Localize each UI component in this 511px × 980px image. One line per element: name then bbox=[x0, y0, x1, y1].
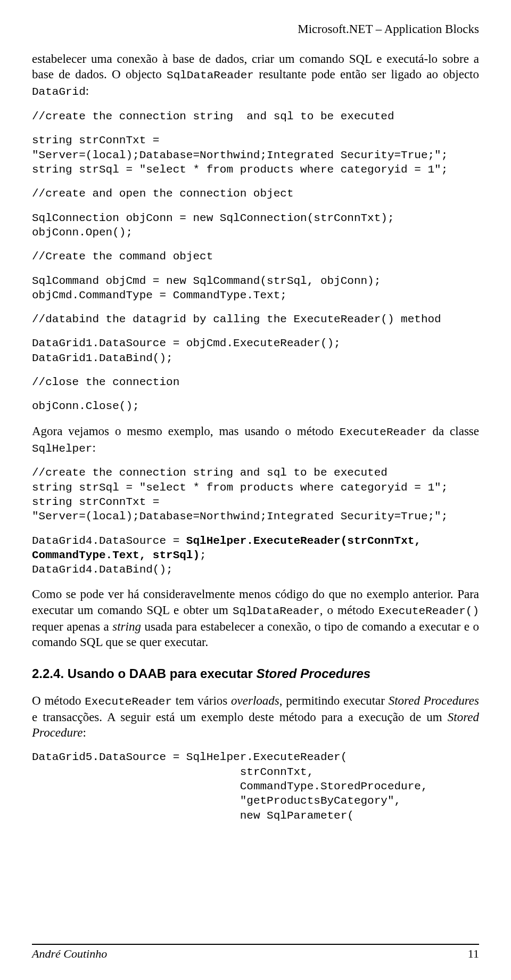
paragraph-4: O método ExecuteReader tem vários overlo… bbox=[32, 693, 479, 741]
para2-text-b: da classe bbox=[427, 424, 479, 438]
inline-code-datagrid: DataGrid bbox=[32, 86, 86, 98]
code-block-conn-string: string strConnTxt = "Server=(local);Data… bbox=[32, 133, 479, 177]
heading-text: 2.2.4. Usando o DAAB para executar bbox=[32, 666, 256, 681]
paragraph-3: Como se pode ver há consideravelmente me… bbox=[32, 586, 479, 650]
inline-code-executereader-3: ExecuteReader bbox=[85, 696, 172, 708]
code-block-conn-open: SqlConnection objConn = new SqlConnectio… bbox=[32, 211, 479, 240]
para2-text-a: Agora vejamos o mesmo exemplo, mas usand… bbox=[32, 424, 340, 438]
inline-code-sqldatareader-2: SqlDataReader bbox=[233, 605, 320, 617]
inline-code-sqlhelper: SqlHelper bbox=[32, 443, 92, 455]
para2-text-c: : bbox=[92, 441, 95, 454]
para4-text-b: tem vários bbox=[172, 694, 231, 707]
para4-text-c: , permitindo executar bbox=[279, 694, 389, 707]
code-comment-4: //databind the datagrid by calling the E… bbox=[32, 312, 479, 326]
inline-code-executereader: ExecuteReader bbox=[340, 426, 427, 438]
footer-author: André Coutinho bbox=[32, 947, 107, 961]
para4-text-d: e transacções. A seguir está um exemplo … bbox=[32, 710, 448, 724]
inline-code-executereader-2: ExecuteReader() bbox=[378, 605, 479, 617]
page-header: Microsoft.NET – Application Blocks bbox=[32, 22, 479, 36]
section-heading: 2.2.4. Usando o DAAB para executar Store… bbox=[32, 666, 479, 681]
footer-page-number: 11 bbox=[468, 947, 479, 961]
code-block-3: DataGrid5.DataSource = SqlHelper.Execute… bbox=[32, 750, 479, 822]
code-comment-5: //close the connection bbox=[32, 375, 479, 389]
code-block-close: objConn.Close(); bbox=[32, 399, 479, 413]
para4-em-overloads: overloads bbox=[231, 694, 279, 707]
code-block-2b: DataGrid4.DataSource = SqlHelper.Execute… bbox=[32, 534, 479, 577]
header-text: Microsoft.NET – Application Blocks bbox=[298, 22, 479, 36]
code-2b-pre: DataGrid4.DataSource = bbox=[32, 535, 186, 547]
code-block-2a: //create the connection string and sql t… bbox=[32, 466, 479, 524]
para4-text-a: O método bbox=[32, 694, 85, 707]
code-comment-3: //Create the command object bbox=[32, 249, 479, 264]
page-footer: André Coutinho 11 bbox=[32, 944, 479, 961]
para4-em-stored-procedures: Stored Procedures bbox=[389, 694, 479, 707]
paragraph-1: estabelecer uma conexão à base de dados,… bbox=[32, 51, 479, 100]
paragraph-2: Agora vejamos o mesmo exemplo, mas usand… bbox=[32, 423, 479, 456]
para1-text-b: resultante pode então ser ligado ao obje… bbox=[254, 68, 479, 81]
code-block-command: SqlCommand objCmd = new SqlCommand(strSq… bbox=[32, 274, 479, 303]
para1-text-c: : bbox=[86, 84, 89, 97]
code-comment-1: //create the connection string and sql t… bbox=[32, 109, 479, 124]
code-block-databind: DataGrid1.DataSource = objCmd.ExecuteRea… bbox=[32, 336, 479, 365]
para3-em-string: string bbox=[112, 620, 141, 633]
para3-text-b: , o método bbox=[320, 603, 378, 617]
inline-code-sqldatareader: SqlDataReader bbox=[167, 69, 254, 81]
code-comment-2: //create and open the connection object bbox=[32, 186, 479, 201]
para4-text-e: : bbox=[83, 726, 86, 739]
heading-em: Stored Procedures bbox=[256, 666, 370, 681]
para3-text-c: requer apenas a bbox=[32, 620, 112, 633]
